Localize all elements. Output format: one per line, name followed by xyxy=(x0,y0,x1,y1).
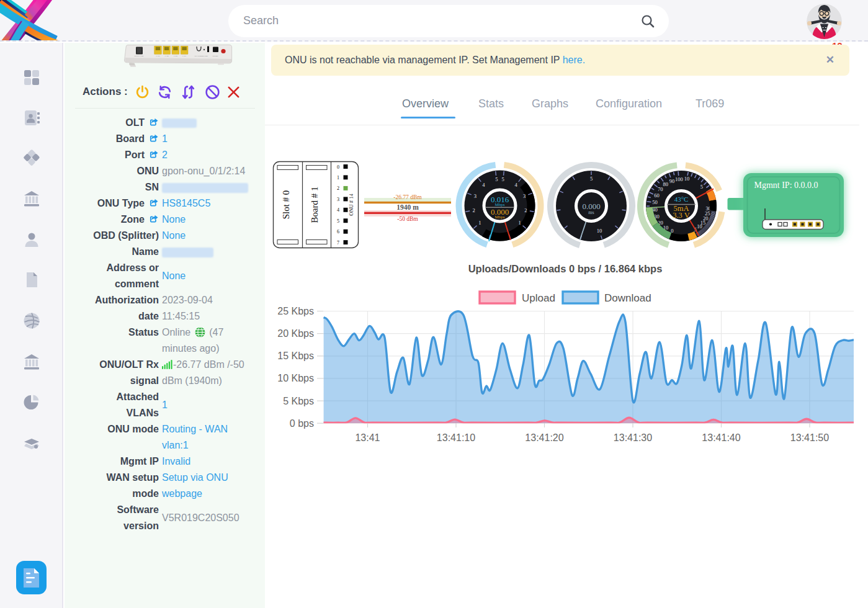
svg-text:13:41:10: 13:41:10 xyxy=(437,432,475,443)
svg-text:0 bps: 0 bps xyxy=(290,418,314,429)
svg-text:13:41:30: 13:41:30 xyxy=(614,432,652,443)
svg-text:13:41:20: 13:41:20 xyxy=(525,432,563,443)
svg-text:13:41: 13:41 xyxy=(355,432,380,443)
svg-text:LAN4: LAN4 xyxy=(182,55,187,57)
svg-text:LAN1: LAN1 xyxy=(156,55,161,57)
svg-text:10 Kbps: 10 Kbps xyxy=(277,373,314,383)
svg-text:WLAN RESET USB: WLAN RESET USB xyxy=(194,55,207,57)
svg-text:Upload: Upload xyxy=(522,292,555,304)
svg-text:13:41:40: 13:41:40 xyxy=(702,432,740,443)
svg-text:LAN2: LAN2 xyxy=(165,55,169,57)
svg-text:5 Kbps: 5 Kbps xyxy=(283,396,314,406)
svg-text:20 Kbps: 20 Kbps xyxy=(277,328,314,339)
svg-text:POWER: POWER xyxy=(212,55,218,57)
svg-text:Uploads/Downloads 0 bps / 16.8: Uploads/Downloads 0 bps / 16.864 kbps xyxy=(468,263,663,274)
svg-text:OPTICAL TEL: OPTICAL TEL xyxy=(134,55,144,57)
svg-text:Download: Download xyxy=(604,292,651,304)
svg-text:15 Kbps: 15 Kbps xyxy=(277,351,314,361)
svg-text:25 Kbps: 25 Kbps xyxy=(277,306,314,316)
svg-text:LAN3: LAN3 xyxy=(174,55,178,57)
svg-text:13:41:50: 13:41:50 xyxy=(790,432,829,443)
